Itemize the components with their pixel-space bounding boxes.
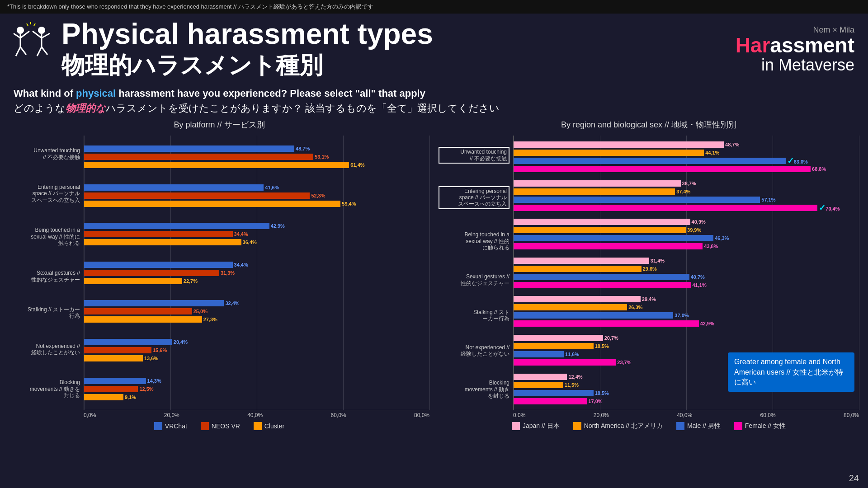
y-label-3: Being touched in asexual way // 性的に触られる <box>9 227 80 246</box>
chart1-title: By platform // サービス別 <box>9 117 429 132</box>
greater-note: Greater among female and North American … <box>728 352 854 392</box>
svg-point-0 <box>17 27 24 34</box>
y2-label-4: Sexual gestures //性的なジェスチャー <box>439 273 509 286</box>
chart2-bars: 48,7% 44,1% ✓63,0% 68,8% 38,7% 37,4% 57,… <box>513 136 859 410</box>
title-text: Physical harassment types 物理的ハラスメント種別 <box>61 18 433 81</box>
y-label-4: Sexual gestures //性的なジェスチャー <box>9 270 80 283</box>
legend-japan: Japan // 日本 <box>512 422 560 430</box>
y2-label-6: Not experienced //経験したことがない <box>439 344 509 357</box>
chart1-x-axis: 0,0% 20,0% 40,0% 60,0% 80,0% <box>9 410 429 418</box>
title-left: Physical harassment types 物理的ハラスメント種別 <box>9 18 433 81</box>
header: Physical harassment types 物理的ハラスメント種別 Ne… <box>0 14 868 81</box>
legend-female: Female // 女性 <box>734 422 786 430</box>
bar-group-1: 48,7% 53,1% 61,4% <box>84 145 429 169</box>
question-jp: どのような物理的なハラスメントを受けたことがありますか？ 該当するものを「全て」… <box>14 101 854 116</box>
chart2-legend: Japan // 日本 North America // 北アメリカ Male … <box>439 418 859 434</box>
chart1-section: By platform // サービス別 Unwanted touching//… <box>9 117 429 434</box>
svg-line-14 <box>27 23 28 26</box>
bar-group-6: 20,4% 15,6% 13,6% <box>84 338 429 362</box>
legend-north-america: North America // 北アメリカ <box>573 422 663 430</box>
legend-male: Male // 男性 <box>676 422 721 430</box>
bar-group-2: 41,6% 52,3% 59,4% <box>84 184 429 207</box>
bar2-group-4: 31,4% 29,6% 40,7% 41,1% <box>514 257 859 289</box>
y-label-2: Entering personalspace // パーソナルスペースへの立ち入 <box>9 184 80 203</box>
bar2-group-1: 48,7% 44,1% ✓63,0% 68,8% <box>514 141 859 173</box>
bar2-group-2: 38,7% 37,4% 57,1% ✓70,4% <box>514 180 859 211</box>
y-label-1: Unwanted touching// 不必要な接触 <box>9 147 80 160</box>
bar2-group-5: 29,4% 26,3% 37,0% 42,9% <box>514 296 859 327</box>
y2-label-7: Blockingmovements // 動きを封じる <box>439 380 509 399</box>
y2-label-2: Entering personalspace // パーソナルスペースへの立ち入 <box>439 186 509 209</box>
charts-container: By platform // サービス別 Unwanted touching//… <box>0 117 868 434</box>
chart2-title: By region and biological sex // 地域・物理性別別 <box>439 117 859 132</box>
chart1-bar-groups: 48,7% 53,1% 61,4% 41,6% 52,3% 59,4% 42,9… <box>84 136 429 410</box>
svg-line-13 <box>34 23 35 26</box>
question-area: What kind of physical harassment have yo… <box>0 81 868 117</box>
svg-point-6 <box>38 27 45 34</box>
y-label-7: Blockingmovements // 動きを封じる <box>9 379 80 399</box>
chart1-bars: 48,7% 53,1% 61,4% 41,6% 52,3% 59,4% 42,9… <box>84 136 429 410</box>
svg-line-11 <box>42 47 47 55</box>
bar-group-7: 14,3% 12,5% 9,1% <box>84 377 429 401</box>
y-label-5: Stalking // ストーカー行為 <box>9 306 80 319</box>
legend-neos: NEOS VR <box>201 422 240 430</box>
bar-group-5: 32,4% 25,0% 27,3% <box>84 300 429 323</box>
top-note: *This is breakdown only those who respon… <box>0 0 868 14</box>
y-label-6: Not experienced //経験したことがない <box>9 343 80 356</box>
svg-line-2 <box>14 33 20 38</box>
main-title-en: Physical harassment types <box>61 18 433 50</box>
chart2-x-axis: 0,0% 20,0% 40,0% 60,0% 80,0% <box>439 410 859 418</box>
brand-logo: Nem × Mila Harassment in Metaverse <box>736 25 854 75</box>
header-icon <box>9 22 54 73</box>
bar-group-3: 42,9% 34,4% 36,4% <box>84 222 429 246</box>
svg-line-5 <box>20 47 26 55</box>
chart1-legend: VRChat NEOS VR Cluster <box>9 418 429 434</box>
svg-line-8 <box>42 33 50 38</box>
chart2-y-labels: Unwanted touching// 不必要な接触 Entering pers… <box>439 136 513 410</box>
page-number: 24 <box>849 473 859 483</box>
svg-line-4 <box>16 47 20 56</box>
chart2-area: Unwanted touching// 不必要な接触 Entering pers… <box>439 136 859 410</box>
y2-label-1: Unwanted touching// 不必要な接触 <box>439 147 509 164</box>
question-en: What kind of physical harassment have yo… <box>14 86 854 101</box>
bar2-group-3: 40,9% 39,9% 46,3% 43,8% <box>514 218 859 250</box>
chart1-y-labels: Unwanted touching// 不必要な接触 Entering pers… <box>9 136 84 410</box>
bar-group-4: 34,4% 31,3% 22,7% <box>84 261 429 285</box>
legend-cluster: Cluster <box>254 422 284 430</box>
main-title-jp: 物理的ハラスメント種別 <box>61 50 433 81</box>
svg-line-10 <box>37 47 42 56</box>
y2-label-5: Stalking // ストーカー行為 <box>439 309 509 322</box>
legend-vrchat: VRChat <box>154 422 187 430</box>
y2-label-3: Being touched in asexual way // 性的に触られる <box>439 231 509 251</box>
chart1-area: Unwanted touching// 不必要な接触 Entering pers… <box>9 136 429 410</box>
chart2-section: By region and biological sex // 地域・物理性別別… <box>439 117 859 434</box>
brand-sub2: in Metaverse <box>736 56 854 75</box>
brand-main: Harassment <box>736 35 854 56</box>
